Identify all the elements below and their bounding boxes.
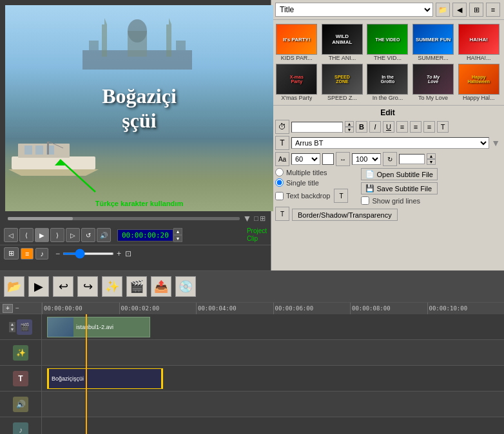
next-frame-btn[interactable]: ⟩ bbox=[50, 228, 64, 242]
title-clip[interactable]: Boğaziçişçüi bbox=[47, 368, 163, 389]
text-backdrop-checkbox[interactable] bbox=[275, 192, 284, 200]
underline-btn[interactable]: U bbox=[383, 121, 394, 133]
prev-frame-btn[interactable]: ⟨ bbox=[19, 228, 34, 242]
rotation-input[interactable]: 0 bbox=[399, 154, 425, 164]
title-item-xmas[interactable]: X-masParty X'mas Party bbox=[275, 64, 318, 101]
single-title-radio[interactable] bbox=[275, 178, 284, 187]
zoom-in-btn[interactable]: + bbox=[117, 249, 121, 258]
single-title-option[interactable]: Single title bbox=[275, 178, 348, 187]
title-item-animal[interactable]: WILDANIMAL THE ANI... bbox=[321, 24, 364, 61]
timeline-minus-btn[interactable]: − bbox=[15, 305, 19, 312]
time-spin-up[interactable]: ▲ bbox=[345, 121, 354, 127]
fullscreen-btn[interactable]: ⊞ bbox=[260, 214, 266, 223]
dropdown-arrow-btn[interactable]: ▼ bbox=[242, 213, 251, 223]
tracks-area: istanbul1-2.avi Boğaziçişçüi bbox=[42, 314, 504, 434]
browse-btn[interactable]: 📁 bbox=[436, 3, 450, 17]
color-picker[interactable] bbox=[322, 153, 334, 165]
zoom-slider[interactable] bbox=[63, 252, 114, 255]
title-item-speed[interactable]: SPEEDZONE SPEED Z... bbox=[321, 64, 364, 101]
text-color-btn[interactable]: T bbox=[437, 121, 449, 133]
title-item-kids-party[interactable]: It's PARTY! KIDS PAR... bbox=[275, 24, 318, 61]
audio-view-btn[interactable]: ♪ bbox=[35, 248, 48, 259]
title-item-summer[interactable]: SUMMER FUN SUMMER... bbox=[412, 24, 455, 61]
effects-btn[interactable]: ✨ bbox=[102, 276, 122, 297]
svg-rect-11 bbox=[24, 146, 32, 155]
rotation-spin-up[interactable]: ▲ bbox=[427, 153, 436, 159]
loop-btn[interactable]: ↺ bbox=[81, 228, 95, 242]
rotation-spin-down[interactable]: ▼ bbox=[427, 159, 436, 165]
border-icon-btn[interactable]: T bbox=[275, 207, 289, 221]
prev-btn[interactable]: ◀ bbox=[452, 3, 467, 17]
italic-btn[interactable]: I bbox=[369, 121, 381, 133]
redo-btn[interactable]: ↪ bbox=[77, 276, 98, 297]
zoom-out-btn[interactable]: − bbox=[55, 249, 60, 258]
rotation-icon-btn[interactable]: ↻ bbox=[383, 152, 397, 166]
font-icon-btn[interactable]: T bbox=[275, 136, 289, 150]
volume-btn[interactable]: 🔊 bbox=[97, 228, 111, 242]
save-subtitle-btn[interactable]: 💾 Save Subtitle File bbox=[361, 182, 437, 194]
align-left-btn[interactable]: ≡ bbox=[396, 121, 408, 133]
storyboard-view-btn[interactable]: ⊞ bbox=[4, 247, 19, 259]
border-shadow-btn[interactable]: Border/Shadow/Transparency bbox=[292, 209, 398, 221]
track-collapse-btn[interactable]: ▼ bbox=[9, 327, 15, 332]
multiple-titles-option[interactable]: Multiple titles bbox=[275, 168, 348, 176]
timeline-section: + − ▲ ▼ 🎬 ✨ T 🔊 bbox=[0, 303, 504, 434]
scale-icon-btn[interactable]: ↔ bbox=[336, 152, 350, 166]
font-select[interactable]: Arrus BT bbox=[291, 137, 489, 149]
text-backdrop-icon-btn[interactable]: T bbox=[334, 189, 348, 203]
title-item-halloween[interactable]: HappyHalloween Happy Hal... bbox=[457, 64, 500, 101]
main-toolbar: 📂 ▶ ↩ ↪ ✨ 🎬 📤 💿 bbox=[0, 270, 504, 303]
title-item-video[interactable]: THE VIDEO THE VID... bbox=[366, 24, 409, 61]
export-btn[interactable]: 💿 bbox=[175, 276, 196, 297]
track-expand-btn[interactable]: ▲ bbox=[9, 322, 15, 327]
title-type-dropdown[interactable]: Title bbox=[275, 3, 433, 17]
time-display: 00:00:00:20 bbox=[117, 229, 173, 241]
title-item-ingrotto[interactable]: In theGrotto In the Gro... bbox=[366, 64, 409, 101]
play-btn[interactable]: ▶ bbox=[35, 228, 49, 242]
overlay-text-line2: şçüi bbox=[102, 108, 177, 133]
align-center-btn[interactable]: ≡ bbox=[410, 121, 422, 133]
zoom-fit-btn[interactable]: ⊡ bbox=[125, 249, 131, 258]
transitions-btn[interactable]: 🎬 bbox=[126, 276, 147, 297]
timeline-add-btn[interactable]: + bbox=[3, 304, 13, 313]
time-display-group: 00:00:00:20 ▲ ▼ bbox=[115, 228, 182, 242]
multiple-titles-radio[interactable] bbox=[275, 168, 284, 176]
bold-btn[interactable]: B bbox=[356, 121, 367, 133]
time-down-btn[interactable]: ▼ bbox=[173, 235, 182, 242]
show-grid-option[interactable]: Show grid lines bbox=[361, 196, 437, 205]
open-subtitle-btn[interactable]: 📄 Open Subtitle File bbox=[361, 168, 437, 180]
text-backdrop-option[interactable]: Text backdrop T bbox=[275, 189, 348, 203]
title-item-haha[interactable]: HA!HA! HA!HA!... bbox=[457, 24, 500, 61]
track-labels-column: + − ▲ ▼ 🎬 ✨ T 🔊 bbox=[0, 303, 42, 434]
project-clip-labels: Project Clip bbox=[247, 227, 267, 243]
time-up-btn[interactable]: ▲ bbox=[173, 228, 182, 235]
share-btn[interactable]: 📤 bbox=[151, 276, 171, 297]
title-item-mylove[interactable]: To MyLove To My Love bbox=[412, 64, 455, 101]
ruler-mark-1: 00:00:02:00 bbox=[119, 303, 197, 314]
zoom-controls: − + ⊡ bbox=[55, 249, 131, 258]
undo-btn[interactable]: ↩ bbox=[53, 276, 73, 297]
clock-icon-btn[interactable]: ⏱ bbox=[275, 120, 289, 134]
mark-out-btn[interactable]: ▷ bbox=[66, 228, 80, 242]
resize-btn[interactable]: □ bbox=[254, 214, 258, 222]
video-clip[interactable]: istanbul1-2.avi bbox=[47, 317, 150, 337]
timeline-view-btn[interactable]: ≡ bbox=[21, 248, 34, 259]
video-preview: Boğaziçi şçüi Türkçe karakter kullandım bbox=[5, 5, 273, 211]
svg-rect-8 bbox=[176, 41, 186, 50]
save-subtitle-label: Save Subtitle File bbox=[376, 185, 432, 193]
scale-select[interactable]: 100 bbox=[352, 153, 381, 165]
import-btn[interactable]: ▶ bbox=[28, 276, 49, 297]
show-grid-checkbox[interactable] bbox=[361, 196, 369, 205]
list-view-btn[interactable]: ≡ bbox=[486, 3, 500, 17]
grid-view-btn[interactable]: ⊞ bbox=[469, 3, 483, 17]
video-preview-panel: Boğaziçi şçüi Türkçe karakter kullandım … bbox=[0, 0, 271, 270]
time-input[interactable]: 0:00:03:00 bbox=[291, 122, 343, 133]
time-spin-down[interactable]: ▼ bbox=[345, 127, 354, 133]
mark-in-btn[interactable]: ◁ bbox=[4, 228, 18, 242]
progress-bar[interactable] bbox=[8, 217, 240, 220]
font-size-select[interactable]: 60 bbox=[291, 153, 320, 165]
align-right-btn[interactable]: ≡ bbox=[423, 121, 435, 133]
open-folder-btn[interactable]: 📂 bbox=[4, 276, 24, 297]
size-icon-btn[interactable]: Aa bbox=[275, 152, 289, 166]
music-track-icon: ♪ bbox=[13, 422, 28, 435]
